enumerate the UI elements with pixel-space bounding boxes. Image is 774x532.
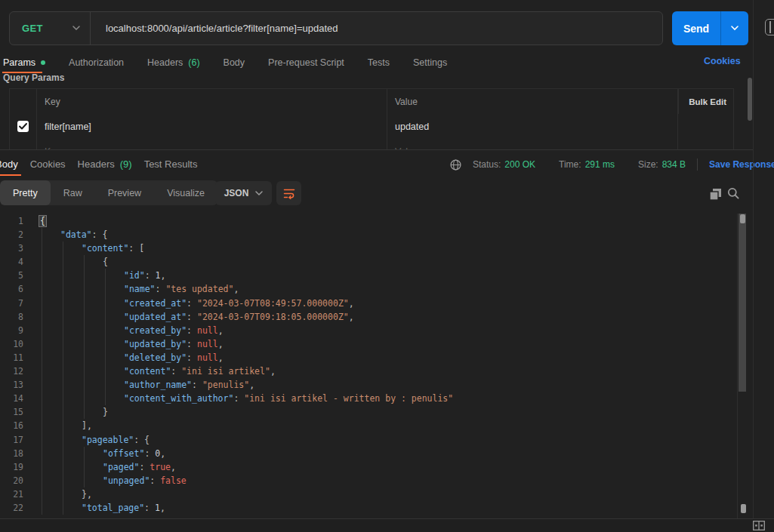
line-number: 5: [0, 269, 23, 282]
code-line-17: 17"pageable": {: [0, 433, 737, 447]
tab-params[interactable]: Params: [3, 57, 45, 68]
view-tab-visualize[interactable]: Visualize: [154, 180, 217, 205]
response-scrollbar-thumb[interactable]: [740, 214, 745, 223]
line-number: 13: [0, 378, 23, 392]
response-scrollbar-track[interactable]: [739, 214, 746, 392]
indent-guide: [63, 269, 63, 282]
tab-body[interactable]: Body: [224, 57, 245, 68]
code-line-19: 19"paged": true,: [0, 460, 737, 474]
indent-guide: [42, 378, 42, 392]
editor-edge-line: [737, 214, 738, 518]
indent-guide: [84, 282, 85, 296]
tab-headers[interactable]: Headers(6): [147, 57, 200, 68]
copy-response-icon[interactable]: [709, 188, 722, 201]
console-panes-icon[interactable]: [753, 521, 765, 530]
request-section-scrollbar-thumb[interactable]: [748, 78, 752, 121]
response-tab-body[interactable]: Body: [0, 158, 18, 170]
method-selector[interactable]: GET: [10, 12, 91, 45]
response-tab-headers[interactable]: Headers(9): [78, 158, 132, 170]
code-line-16: 16],: [0, 419, 737, 432]
indent-guide: [84, 269, 85, 282]
indent-guide: [63, 501, 63, 515]
cookies-link[interactable]: Cookies: [704, 56, 741, 66]
indent-guide: [42, 447, 42, 460]
sidebar-toggle-icon[interactable]: [765, 19, 774, 35]
indent-guide: [105, 351, 106, 364]
param-value-cell[interactable]: updated: [387, 114, 678, 139]
param-row: filter[name]updated: [10, 114, 733, 139]
format-label: JSON: [224, 188, 249, 198]
indent-guide: [42, 419, 42, 432]
tab-pre-request-script[interactable]: Pre-request Script: [268, 57, 344, 68]
response-scrollbar-thumb-secondary[interactable]: [741, 504, 746, 513]
line-number: 3: [0, 241, 23, 255]
send-button[interactable]: Send: [672, 11, 748, 45]
response-tabs: BodyCookiesHeaders(9)Test Results: [0, 158, 197, 170]
value-placeholder[interactable]: Value: [387, 139, 678, 149]
tab-settings[interactable]: Settings: [413, 57, 447, 68]
right-panel-divider: [753, 0, 754, 518]
indent-guide: [42, 487, 42, 501]
code-line-12: 12"content": "ini isi artikel",: [0, 364, 737, 378]
wrap-lines-button[interactable]: [276, 181, 301, 205]
code-line-11: 11"deleted_by": null,: [0, 351, 737, 364]
response-body-editor[interactable]: 1{2"data": {3"content": [4{5"id": 1,6"na…: [0, 214, 737, 518]
code-line-15: 15}: [0, 405, 737, 419]
indent-guide: [84, 378, 85, 392]
response-tab-test-results[interactable]: Test Results: [144, 158, 198, 170]
indent-guide: [63, 419, 63, 432]
indent-guide: [42, 460, 42, 474]
bulk-edit-button[interactable]: Bulk Edit: [678, 89, 734, 114]
code-line-7: 7"created_at": "2024-03-07T08:49:57.0000…: [0, 297, 737, 310]
indent-guide: [84, 310, 85, 324]
line-number: 11: [0, 351, 23, 364]
indent-guide: [42, 364, 42, 378]
select-all-cell: [10, 89, 37, 114]
save-response-button[interactable]: Save Response: [709, 159, 774, 170]
indent-guide: [63, 337, 63, 351]
view-tab-pretty[interactable]: Pretty: [0, 180, 51, 205]
code-line-9: 9"created_by": null,: [0, 324, 737, 337]
indent-guide: [63, 378, 63, 392]
format-dropdown[interactable]: JSON: [215, 181, 272, 205]
param-enabled-checkbox[interactable]: [17, 121, 29, 132]
status-value: 200 OK: [504, 159, 535, 170]
response-tab-cookies[interactable]: Cookies: [30, 158, 66, 170]
param-key-cell[interactable]: filter[name]: [37, 114, 387, 139]
size-value: 834 B: [662, 159, 686, 170]
indent-guide: [84, 405, 85, 419]
indent-guide: [63, 433, 63, 447]
indent-guide: [84, 297, 85, 310]
code-line-21: 21},: [0, 487, 737, 501]
indent-guide: [63, 364, 63, 378]
line-number: 15: [0, 405, 23, 419]
line-number: 2: [0, 228, 23, 241]
view-tab-raw[interactable]: Raw: [51, 180, 95, 205]
indent-guide: [105, 364, 106, 378]
indent-guide: [63, 282, 63, 296]
query-params-table: Key Value Bulk Edit filter[name]updated …: [9, 88, 734, 149]
indent-guide: [42, 337, 42, 351]
indent-guide: [63, 297, 63, 310]
url-input[interactable]: localhost:8000/api/article/article?filte…: [91, 23, 338, 34]
size-label: Size:: [638, 159, 658, 170]
key-placeholder[interactable]: Key: [37, 139, 387, 149]
indent-guide: [42, 310, 42, 324]
tab-authorization[interactable]: Authorization: [69, 57, 124, 68]
tab-tests[interactable]: Tests: [368, 57, 390, 68]
indent-guide: [63, 241, 63, 255]
send-options-button[interactable]: [721, 11, 748, 45]
indent-guide: [84, 364, 85, 378]
line-number: 19: [0, 460, 23, 474]
indent-guide: [84, 255, 85, 269]
time-value: 291 ms: [585, 159, 615, 170]
code-line-4: 4{: [0, 255, 737, 269]
line-number: 1: [0, 214, 23, 228]
network-globe-icon[interactable]: [450, 159, 461, 171]
placeholder-row: Key Value: [10, 139, 733, 149]
search-response-icon[interactable]: [727, 187, 739, 199]
indent-guide: [84, 447, 85, 460]
indent-guide: [42, 392, 42, 405]
indent-guide: [63, 405, 63, 419]
view-tab-preview[interactable]: Preview: [95, 180, 154, 205]
